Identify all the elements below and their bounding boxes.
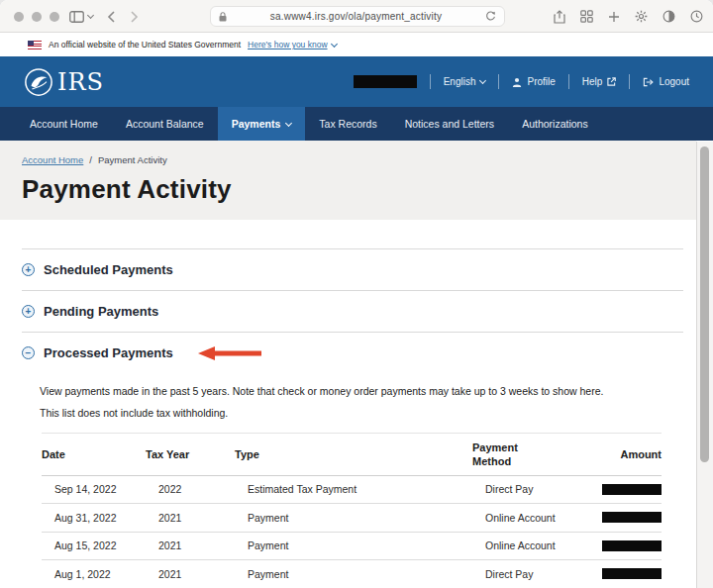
extensions-icon[interactable] — [635, 10, 648, 23]
scrollbar-track[interactable] — [696, 142, 713, 588]
cell-type: Payment — [248, 539, 485, 551]
cell-method: Online Account — [485, 512, 594, 524]
breadcrumb: Account Home / Payment Activity — [22, 154, 696, 165]
payments-table: Date Tax Year Type Payment Method Amount… — [42, 433, 662, 588]
chevron-down-icon — [331, 40, 338, 47]
forward-button[interactable] — [130, 11, 139, 23]
accordion-processed-payments[interactable]: − Processed Payments — [22, 332, 683, 373]
nav-authorizations[interactable]: Authorizations — [508, 107, 602, 141]
clock-icon[interactable] — [690, 10, 703, 23]
cell-date: Sep 14, 2022 — [54, 483, 158, 495]
help-link[interactable]: Help — [582, 76, 617, 87]
profile-link[interactable]: Profile — [512, 76, 555, 87]
table-header-row: Date Tax Year Type Payment Method Amount — [42, 434, 662, 476]
refresh-icon[interactable] — [485, 11, 496, 22]
table-row: Sep 14, 2022 2022 Estimated Tax Payment … — [42, 476, 662, 505]
irs-eagle-logo — [24, 67, 53, 97]
new-tab-icon[interactable] — [608, 11, 620, 23]
processed-description: View payments made in the past 5 years. … — [40, 385, 683, 397]
external-link-icon — [607, 77, 616, 86]
url-text: sa.www4.irs.gov/ola/payment_activity — [227, 11, 485, 22]
table-row: Aug 31, 2022 2021 Payment Online Account — [42, 504, 662, 533]
divider — [430, 74, 431, 89]
accordion-scheduled-payments[interactable]: + Scheduled Payments — [22, 248, 683, 290]
browser-window: sa.www4.irs.gov/ola/payment_activity — [0, 0, 713, 588]
divider — [568, 74, 569, 89]
cell-tax-year: 2021 — [158, 512, 248, 524]
cell-amount-redacted — [602, 484, 662, 495]
nav-account-balance[interactable]: Account Balance — [112, 107, 218, 141]
cell-date: Aug 15, 2022 — [54, 539, 158, 551]
logout-icon — [643, 77, 654, 87]
cell-amount-redacted — [602, 568, 662, 579]
nav-notices-letters[interactable]: Notices and Letters — [391, 107, 508, 141]
breadcrumb-separator: / — [89, 154, 92, 165]
cell-type: Payment — [248, 512, 485, 524]
chevron-down-icon — [285, 119, 292, 126]
cell-amount-redacted — [602, 512, 662, 523]
col-tax-year: Tax Year — [146, 448, 235, 460]
language-dropdown[interactable]: English — [444, 76, 486, 87]
lock-icon — [219, 12, 227, 22]
contrast-icon[interactable] — [662, 10, 675, 23]
divider — [629, 74, 630, 89]
cell-method: Online Account — [485, 539, 594, 551]
nav-tax-records[interactable]: Tax Records — [305, 107, 390, 141]
profile-icon — [512, 77, 522, 87]
traffic-light-buttons[interactable] — [14, 12, 59, 22]
expand-plus-icon[interactable]: + — [22, 263, 35, 276]
chevron-down-icon — [87, 12, 94, 19]
page-header-band: Account Home / Payment Activity Payment … — [0, 141, 696, 220]
col-date: Date — [42, 448, 146, 460]
how-you-know-link[interactable]: Here's how you know — [248, 40, 337, 49]
primary-nav: Account Home Account Balance Payments Ta… — [0, 107, 713, 141]
col-payment-method: Payment Method — [472, 441, 530, 469]
breadcrumb-current: Payment Activity — [98, 154, 167, 165]
share-icon[interactable] — [554, 10, 565, 24]
tab-grid-icon[interactable] — [580, 10, 593, 23]
table-row: Aug 15, 2022 2021 Payment Online Account — [42, 533, 662, 561]
accordion-pending-payments[interactable]: + Pending Payments — [22, 290, 683, 332]
cell-date: Aug 1, 2022 — [54, 568, 158, 580]
col-type: Type — [235, 448, 472, 460]
scrollbar-thumb[interactable] — [700, 147, 709, 462]
gov-banner-text: An official website of the United States… — [49, 40, 241, 49]
irs-logo[interactable]: IRS — [24, 67, 104, 97]
divider — [498, 74, 499, 89]
cell-tax-year: 2021 — [158, 539, 248, 551]
main-content: + Scheduled Payments + Pending Payments … — [0, 220, 696, 588]
cell-tax-year: 2022 — [158, 483, 248, 495]
account-name-redacted — [354, 75, 417, 88]
cell-tax-year: 2021 — [158, 568, 248, 580]
cell-type: Estimated Tax Payment — [248, 483, 485, 495]
gov-banner: An official website of the United States… — [0, 33, 713, 56]
cell-date: Aug 31, 2022 — [54, 512, 158, 524]
red-annotation-arrow — [196, 345, 265, 361]
address-bar[interactable]: sa.www4.irs.gov/ola/payment_activity — [210, 6, 505, 27]
withholding-note: This list does not include tax withholdi… — [40, 407, 683, 419]
col-amount: Amount — [620, 448, 662, 460]
page-title: Payment Activity — [22, 174, 696, 205]
cell-amount-redacted — [602, 540, 662, 551]
nav-payments[interactable]: Payments — [218, 107, 306, 141]
breadcrumb-account-home[interactable]: Account Home — [22, 154, 83, 165]
expand-plus-icon[interactable]: + — [22, 305, 35, 318]
irs-wordmark: IRS — [57, 68, 104, 96]
logout-link[interactable]: Logout — [643, 76, 689, 87]
us-flag-icon — [28, 41, 42, 49]
cell-type: Payment — [248, 568, 485, 580]
browser-toolbar: sa.www4.irs.gov/ola/payment_activity — [0, 0, 713, 33]
chevron-down-icon — [479, 77, 486, 84]
sidebar-icon[interactable] — [69, 11, 93, 23]
irs-header: IRS English Profile Help — [0, 56, 713, 107]
cell-method: Direct Pay — [485, 568, 594, 580]
back-button[interactable] — [107, 11, 116, 23]
collapse-minus-icon[interactable]: − — [22, 346, 35, 359]
nav-account-home[interactable]: Account Home — [16, 107, 112, 141]
cell-method: Direct Pay — [485, 483, 594, 495]
table-row: Aug 1, 2022 2021 Payment Direct Pay — [42, 560, 662, 588]
